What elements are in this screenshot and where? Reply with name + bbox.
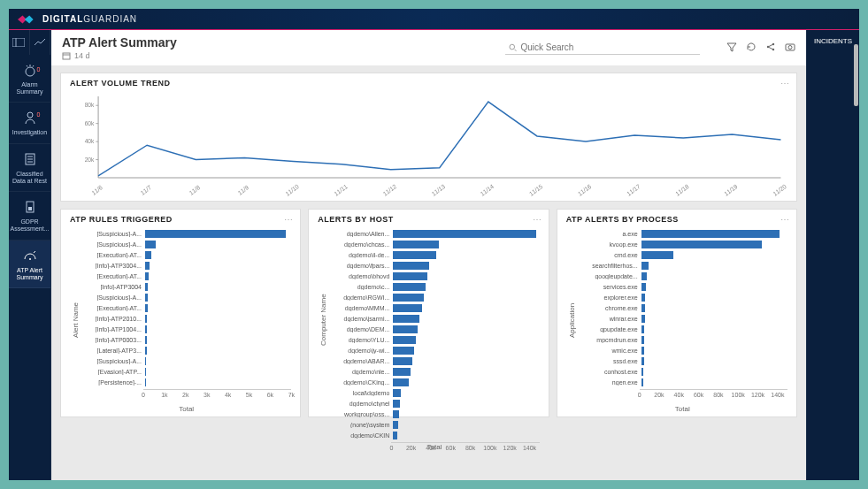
- bar-track[interactable]: [393, 230, 535, 238]
- bar-track[interactable]: [393, 251, 535, 259]
- bar-track[interactable]: [145, 315, 288, 323]
- panel-hosts-more[interactable]: ⋯: [533, 215, 542, 225]
- sidebar-item-gdpr[interactable]: GDPR Assessment...: [9, 192, 50, 240]
- rail-top-2[interactable]: [30, 30, 51, 55]
- bar-track[interactable]: [393, 283, 535, 291]
- bar-track[interactable]: [641, 230, 784, 238]
- bar-row: winrar.exe: [580, 314, 784, 324]
- bar-track[interactable]: [145, 230, 288, 238]
- bar-row: wmic.exe: [580, 346, 784, 355]
- bar-track[interactable]: [393, 400, 535, 408]
- sidebar-item-atp-alert-summary[interactable]: ATP Alert Summary: [9, 241, 50, 288]
- panel-hosts: ALERTS BY HOST ⋯ Computer Name dgdemo\Al…: [308, 209, 549, 417]
- bar-track[interactable]: [145, 294, 288, 302]
- bar-track[interactable]: [145, 325, 288, 333]
- bar-label: [Suspicious]-A...: [83, 294, 142, 301]
- bar-label: [Evasion]-ATP...: [83, 369, 142, 375]
- bar-track[interactable]: [641, 251, 784, 259]
- bar-track[interactable]: [393, 421, 535, 429]
- bar-track[interactable]: [641, 357, 784, 365]
- sidebar-item-alarm-summary[interactable]: 0Alarm Summary: [9, 55, 50, 103]
- panel-process-more[interactable]: ⋯: [780, 215, 789, 225]
- bar-track[interactable]: [145, 272, 288, 280]
- svg-point-13: [510, 44, 515, 50]
- bar-track[interactable]: [641, 272, 784, 280]
- panel-rules-more[interactable]: ⋯: [284, 215, 293, 225]
- bar-track[interactable]: [641, 378, 784, 386]
- bar-track[interactable]: [393, 272, 535, 280]
- bar-track[interactable]: [641, 315, 784, 323]
- panel-process: ATP ALERTS BY PROCESS ⋯ Application a.ex…: [557, 209, 797, 417]
- bar-track[interactable]: [393, 410, 535, 418]
- rightbar-incidents[interactable]: INCIDENTS: [806, 30, 859, 480]
- bar-row: ngen.exe: [580, 378, 784, 387]
- rail-top-1[interactable]: [9, 30, 30, 55]
- bar-row: mpcmdrun.exe: [580, 335, 784, 345]
- bar-label: [Info]-ATP1004...: [83, 326, 142, 332]
- bar-track[interactable]: [145, 262, 288, 270]
- bar-track[interactable]: [145, 336, 288, 344]
- bar-track[interactable]: [393, 336, 535, 344]
- bar-track[interactable]: [641, 294, 784, 302]
- bar-label: workgroup\oss...: [331, 411, 389, 417]
- bar-track[interactable]: [145, 357, 288, 365]
- bar-label: ngen.exe: [580, 379, 638, 386]
- quick-search[interactable]: [505, 41, 700, 55]
- filter-icon[interactable]: [726, 42, 737, 55]
- bar-track[interactable]: [641, 262, 784, 270]
- panel-trend-more[interactable]: ⋯: [780, 79, 789, 88]
- svg-text:11/6: 11/6: [90, 184, 104, 196]
- sidebar-item-classified-data[interactable]: Classified Data at Rest: [9, 144, 50, 192]
- bar-track[interactable]: [145, 251, 288, 259]
- bar-track[interactable]: [393, 315, 535, 323]
- bar-label: searchfilterhos...: [580, 263, 638, 269]
- bar-track[interactable]: [641, 325, 784, 333]
- bar-label: [Execution]-AT...: [83, 305, 142, 311]
- bar-track[interactable]: [393, 304, 535, 312]
- bar-track[interactable]: [393, 368, 535, 376]
- scrollbar-thumb[interactable]: [854, 44, 858, 106]
- svg-text:11/10: 11/10: [284, 183, 300, 197]
- bar-row: services.exe: [580, 282, 784, 292]
- bar-track[interactable]: [393, 262, 535, 270]
- bar-track[interactable]: [393, 325, 535, 333]
- bar-track[interactable]: [393, 294, 535, 302]
- bar-track[interactable]: [393, 378, 535, 386]
- bar-track[interactable]: [641, 241, 784, 248]
- camera-icon[interactable]: [785, 42, 795, 55]
- bar-track[interactable]: [641, 368, 784, 376]
- bar-row: sssd.exe: [580, 356, 784, 366]
- bar-track[interactable]: [145, 304, 288, 312]
- bar-row: kvoop.exe: [580, 240, 784, 249]
- bar-track[interactable]: [641, 336, 784, 344]
- bar-track[interactable]: [145, 241, 288, 248]
- refresh-icon[interactable]: [746, 42, 757, 55]
- bar-row: dgdemo\c...: [331, 282, 535, 292]
- share-icon[interactable]: [765, 42, 776, 55]
- bar-track[interactable]: [393, 347, 535, 355]
- bar-track[interactable]: [145, 283, 288, 291]
- process-xlabel: Total: [578, 405, 787, 413]
- bar-label: [Suspicious]-A...: [83, 231, 142, 237]
- bar-track[interactable]: [145, 368, 288, 376]
- date-range[interactable]: 14 d: [62, 51, 177, 60]
- bar-label: [Info]-ATP3004...: [83, 263, 142, 269]
- bar-label: dgdemo\ctynel: [331, 401, 389, 407]
- panel-trend: ALERT VOLUME TREND ⋯ 20k40k60k80k11/611/…: [60, 73, 797, 202]
- bar-row: dgdemo\CKing...: [331, 378, 535, 387]
- bar-track[interactable]: [393, 241, 535, 248]
- bar-track[interactable]: [393, 357, 535, 365]
- bar-track[interactable]: [641, 347, 784, 355]
- bar-track[interactable]: [641, 283, 784, 291]
- bar-track[interactable]: [641, 304, 784, 312]
- panel-trend-title: ALERT VOLUME TREND: [70, 79, 787, 88]
- sidebar-item-investigation[interactable]: 0Investigation: [9, 103, 50, 144]
- bar-track[interactable]: [145, 347, 288, 355]
- bar-track[interactable]: [393, 432, 535, 439]
- search-input[interactable]: [520, 42, 696, 52]
- bar-track[interactable]: [393, 389, 535, 397]
- bar-row: dgdemo\YLU...: [331, 335, 535, 345]
- bar-track[interactable]: [145, 378, 288, 386]
- svg-line-14: [515, 49, 517, 50]
- rules-xlabel: Total: [81, 405, 291, 413]
